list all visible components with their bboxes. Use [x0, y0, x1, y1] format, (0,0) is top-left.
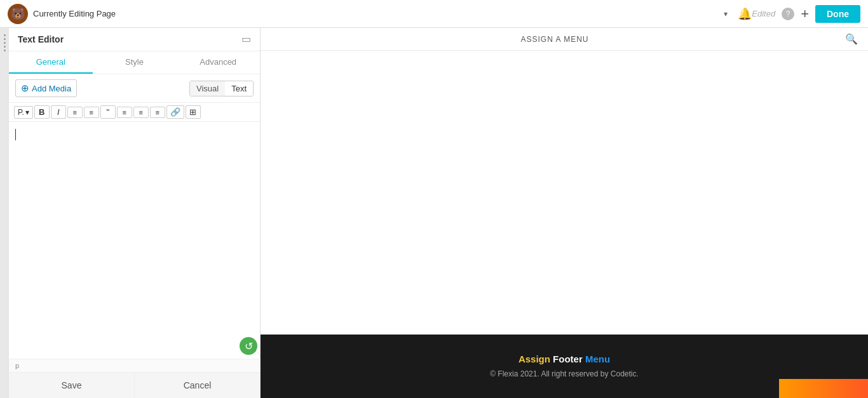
refresh-icon: ↺ [245, 340, 253, 352]
paragraph-status: p [15, 362, 19, 369]
drag-dot [4, 38, 6, 40]
page-preview-white: ASSIGN A MENU 🔍 [261, 28, 868, 335]
menu-word: Menu [585, 354, 610, 364]
paragraph-format-button[interactable]: P. ▾ [14, 106, 33, 119]
text-editor-panel: Text Editor ▭ General Style Advanced ⊕ A… [9, 28, 261, 398]
editor-content[interactable] [9, 122, 260, 359]
edited-status: Edited [752, 9, 775, 18]
logo-emoji: 🐻 [11, 7, 25, 21]
panel-footer: Save Cancel [9, 372, 260, 398]
drag-dot [4, 34, 6, 36]
editor-toolbar-top: ⊕ Add Media Visual Text [9, 74, 260, 103]
text-toggle-button[interactable]: Text [225, 81, 253, 96]
page-footer: Assign Footer Menu © Flexia 2021. All ri… [261, 335, 868, 398]
visual-text-toggle: Visual Text [189, 81, 254, 96]
chevron-down-icon[interactable]: ▾ [724, 10, 728, 18]
page-title: Currently Editing Page [33, 9, 721, 18]
footer-word: Footer [553, 354, 585, 364]
drag-dots [4, 34, 6, 51]
link-button[interactable]: 🔗 [166, 105, 184, 119]
footer-copyright: © Flexia 2021. All right reserved by Cod… [261, 369, 868, 378]
tab-style[interactable]: Style [93, 51, 177, 74]
panel-tabs: General Style Advanced [9, 51, 260, 74]
unordered-list-button[interactable]: ≡ [84, 107, 99, 118]
align-right-button[interactable]: ≡ [150, 107, 165, 118]
format-toolbar: P. ▾ B I ≡ ≡ " ≡ ≡ ≡ 🔗 ⊞ [9, 103, 260, 122]
editor-status-bar: p [9, 359, 260, 372]
visual-toggle-button[interactable]: Visual [190, 81, 225, 96]
bottom-orange-strip [779, 379, 868, 398]
editor-area: ⊕ Add Media Visual Text P. ▾ B I ≡ ≡ " [9, 74, 260, 398]
drag-handle[interactable] [0, 28, 9, 398]
bold-button[interactable]: B [34, 105, 50, 119]
top-bar: 🐻 Currently Editing Page ▾ 🔔 Edited ? + … [0, 0, 868, 28]
table-button[interactable]: ⊞ [186, 105, 201, 119]
drag-dot [4, 42, 6, 44]
text-cursor [15, 129, 16, 140]
assign-menu-bar: ASSIGN A MENU 🔍 [261, 28, 868, 51]
help-icon[interactable]: ? [782, 8, 794, 20]
panel-header: Text Editor ▭ [9, 28, 260, 51]
paragraph-label: P. [18, 108, 24, 117]
add-media-icon: ⊕ [21, 83, 29, 94]
assign-menu-label[interactable]: ASSIGN A MENU [271, 35, 839, 44]
italic-button[interactable]: I [51, 105, 66, 119]
minimize-icon[interactable]: ▭ [241, 34, 251, 44]
footer-assign-menu-label[interactable]: Assign Footer Menu [261, 354, 868, 364]
drag-dot [4, 46, 6, 48]
align-left-button[interactable]: ≡ [117, 107, 132, 118]
done-button[interactable]: Done [815, 5, 860, 23]
panel-title: Text Editor [18, 34, 64, 44]
resize-handle[interactable]: ⋱ [255, 350, 260, 355]
assign-word: Assign [519, 354, 553, 364]
cancel-button[interactable]: Cancel [135, 373, 260, 398]
logo-avatar: 🐻 [8, 4, 28, 24]
drag-dot [4, 50, 6, 51]
top-bar-right: Edited ? + Done [752, 5, 860, 23]
ordered-list-button[interactable]: ≡ [67, 107, 83, 118]
search-icon[interactable]: 🔍 [845, 33, 858, 45]
chevron-icon: ▾ [25, 108, 29, 117]
save-button[interactable]: Save [9, 373, 135, 398]
tab-advanced[interactable]: Advanced [176, 51, 260, 74]
add-icon[interactable]: + [801, 6, 809, 22]
bell-icon[interactable]: 🔔 [738, 7, 752, 21]
add-media-label: Add Media [32, 84, 71, 93]
add-media-button[interactable]: ⊕ Add Media [15, 79, 77, 97]
main-area: Text Editor ▭ General Style Advanced ⊕ A… [0, 28, 868, 398]
right-area: ASSIGN A MENU 🔍 Assign Footer Menu © Fle… [261, 28, 868, 398]
align-center-button[interactable]: ≡ [133, 107, 149, 118]
tab-general[interactable]: General [9, 51, 93, 74]
blockquote-button[interactable]: " [100, 105, 116, 119]
